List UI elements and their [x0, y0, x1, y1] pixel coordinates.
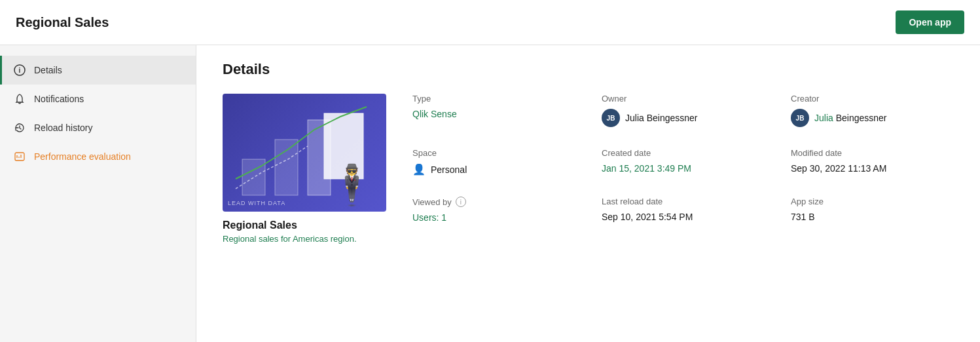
users-value: Users: 1 — [412, 212, 575, 223]
creator-name-first: Julia — [814, 113, 833, 123]
app-card: 🕴 LEAD WITH DATA Regional Sales Regional… — [223, 94, 386, 244]
svg-rect-6 — [242, 159, 265, 195]
main-content: Details — [196, 45, 980, 342]
creator-avatar: JB — [791, 109, 809, 127]
space-row: 👤 Personal — [412, 163, 575, 176]
section-title: Details — [223, 61, 954, 78]
last-reload-value: Sep 10, 2021 5:54 PM — [602, 212, 765, 222]
sidebar-item-performance-evaluation[interactable]: Performance evaluation — [0, 142, 196, 171]
creator-name: Julia Beingessner — [814, 113, 887, 123]
header: Regional Sales Open app — [0, 0, 980, 45]
app-name: Regional Sales — [223, 219, 386, 231]
sidebar-item-reload-history-label: Reload history — [34, 123, 93, 133]
owner-cell: Owner JB Julia Beingessner — [602, 94, 765, 127]
creator-label: Creator — [791, 94, 954, 104]
person-icon: 👤 — [412, 163, 426, 176]
app-description: Regional sales for Americas region. — [223, 234, 386, 244]
users-count: 1 — [441, 212, 446, 223]
svg-text:i: i — [19, 67, 21, 74]
bell-icon — [13, 92, 26, 105]
sidebar-item-notifications[interactable]: Notifications — [0, 85, 196, 113]
sidebar: i Details Notifications Rel — [0, 45, 196, 342]
created-date-value: Jan 15, 2021 3:49 PM — [602, 163, 765, 174]
creator-row: JB Julia Beingessner — [791, 109, 954, 127]
space-label: Space — [412, 148, 575, 158]
space-value: Personal — [431, 164, 467, 175]
creator-cell: Creator JB Julia Beingessner — [791, 94, 954, 127]
owner-row: JB Julia Beingessner — [602, 109, 765, 127]
svg-rect-7 — [275, 140, 298, 195]
created-date-label: Created date — [602, 148, 765, 158]
owner-avatar: JB — [602, 109, 620, 127]
sidebar-item-notifications-label: Notifications — [34, 94, 84, 104]
viewed-by-cell: Viewed by i Users: 1 — [412, 197, 575, 223]
app-size-label: App size — [791, 197, 954, 206]
main-layout: i Details Notifications Rel — [0, 45, 980, 342]
sidebar-item-details[interactable]: i Details — [0, 56, 196, 85]
sidebar-item-details-label: Details — [34, 65, 62, 75]
sidebar-item-reload-history[interactable]: Reload history — [0, 113, 196, 142]
type-cell: Type Qlik Sense — [412, 94, 575, 127]
modified-date-cell: Modified date Sep 30, 2022 11:13 AM — [791, 148, 954, 176]
app-thumbnail: 🕴 LEAD WITH DATA — [223, 94, 386, 212]
thumbnail-label: LEAD WITH DATA — [228, 200, 285, 206]
info-grid: Type Qlik Sense Owner JB Julia Beingessn… — [412, 94, 954, 244]
last-reload-cell: Last reload date Sep 10, 2021 5:54 PM — [602, 197, 765, 223]
type-value: Qlik Sense — [412, 109, 575, 119]
creator-name-last: Beingessner — [836, 113, 887, 123]
modified-date-value: Sep 30, 2022 11:13 AM — [791, 163, 954, 174]
gauge-icon — [13, 150, 26, 163]
open-app-button[interactable]: Open app — [896, 10, 964, 34]
info-circle-icon[interactable]: i — [456, 197, 466, 207]
type-label: Type — [412, 94, 575, 104]
page-title: Regional Sales — [16, 15, 109, 30]
history-icon — [13, 121, 26, 134]
modified-date-label: Modified date — [791, 148, 954, 158]
space-cell: Space 👤 Personal — [412, 148, 575, 176]
sidebar-item-performance-label: Performance evaluation — [34, 151, 131, 162]
viewed-by-label: Viewed by i — [412, 197, 575, 207]
owner-label: Owner — [602, 94, 765, 104]
created-date-cell: Created date Jan 15, 2021 3:49 PM — [602, 148, 765, 176]
details-content: 🕴 LEAD WITH DATA Regional Sales Regional… — [223, 94, 954, 244]
owner-name: Julia Beingessner — [625, 113, 698, 123]
last-reload-label: Last reload date — [602, 197, 765, 206]
app-size-cell: App size 731 B — [791, 197, 954, 223]
svg-rect-2 — [15, 153, 24, 161]
users-label: Users: — [412, 212, 439, 223]
app-size-value: 731 B — [791, 212, 954, 222]
info-icon: i — [13, 64, 26, 77]
